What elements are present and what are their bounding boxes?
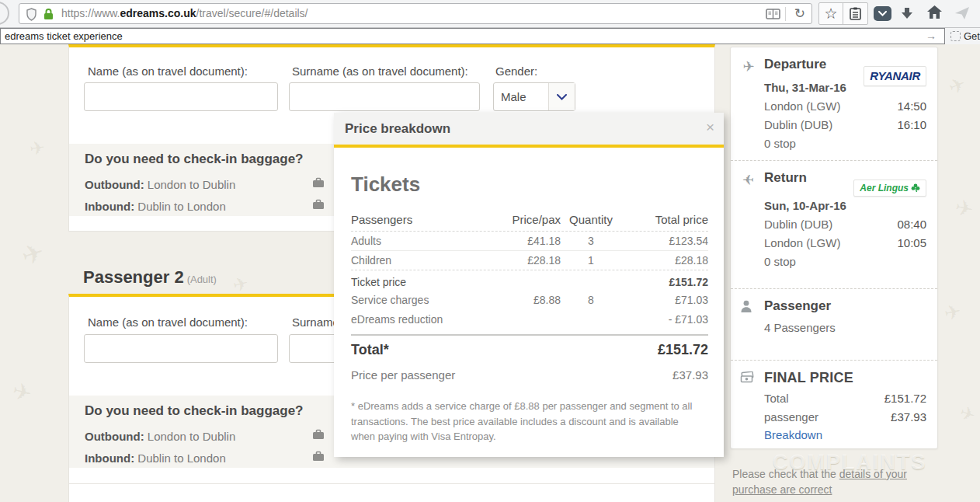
- edreams-reduction-row: eDreams reduction - £71.03: [351, 309, 708, 329]
- inbound-label: Inbound:: [85, 451, 134, 465]
- find-text: edreams ticket experience: [5, 29, 123, 44]
- row-label: Ticket price: [351, 276, 489, 288]
- row-total: £28.18: [621, 254, 708, 267]
- inbound-label: Inbound:: [85, 200, 134, 213]
- plane-watermark-icon: [18, 236, 48, 273]
- row-total: £151.72: [621, 276, 708, 288]
- url-text: https://www.edreams.co.uk/travel/secure/…: [61, 4, 308, 23]
- home-icon[interactable]: [926, 5, 943, 19]
- inbound-row: Inbound: Dublin to London: [85, 200, 226, 213]
- reader-mode-icon[interactable]: [766, 9, 780, 19]
- gender-select[interactable]: Male: [493, 82, 575, 111]
- passenger2-title: Passenger 2: [83, 267, 184, 287]
- gender-label: Gender:: [495, 64, 537, 78]
- modal-accent-bar: [334, 145, 724, 148]
- col-passengers: Passengers: [351, 213, 489, 226]
- money-icon: [740, 371, 757, 383]
- browser-toolbar: https://www.edreams.co.uk/travel/secure/…: [0, 0, 980, 28]
- row-total: £123.54: [621, 235, 708, 247]
- plane-watermark-icon: [957, 402, 978, 427]
- plane-watermark-icon: [9, 376, 35, 407]
- row-label: Adults: [351, 235, 489, 247]
- plane-return-icon: ✈: [740, 172, 757, 189]
- passenger-section: Passenger 4 Passengers: [731, 288, 937, 360]
- section-divider: [69, 483, 714, 484]
- clipboard-icon: [850, 7, 861, 20]
- baggage-question: Do you need to check-in baggage?: [85, 152, 303, 167]
- quick-find-bar: edreams ticket experience → Get: [0, 28, 980, 44]
- url-path: /travel/secure/#/details/: [196, 7, 308, 19]
- bookmark-button-group: ☆: [818, 2, 868, 25]
- pocket-icon[interactable]: [874, 6, 891, 21]
- briefcase-icon: [312, 429, 325, 440]
- star-icon: ☆: [824, 6, 837, 21]
- return-stops: 0 stop: [764, 253, 796, 271]
- row-label: Children: [351, 254, 489, 267]
- surname-input[interactable]: [289, 82, 480, 111]
- name-label: Name (as on travel document):: [88, 64, 248, 78]
- row-total: - £71.03: [621, 313, 708, 326]
- return-to-time: 10:05: [897, 234, 926, 253]
- return-date: Sun, 10-Apr-16: [764, 197, 846, 215]
- row-qty: 1: [561, 254, 621, 267]
- return-to: London (LGW): [764, 234, 840, 253]
- plane-departure-icon: ✈: [740, 58, 757, 75]
- departure-date: Thu, 31-Mar-16: [764, 78, 846, 97]
- tickets-heading: Tickets: [351, 173, 724, 197]
- surname-label: Surname (as on travel document):: [292, 64, 468, 78]
- outbound-row: Outbound: London to Dublin: [85, 178, 235, 191]
- find-input[interactable]: edreams ticket experience →: [0, 28, 945, 44]
- urlbar-divider: [785, 7, 786, 21]
- page-content: COMPLAINTS Name (as on travel document):…: [0, 44, 980, 502]
- name-input[interactable]: [84, 82, 278, 111]
- bookmark-star-button[interactable]: ☆: [819, 3, 843, 24]
- aerlingus-logo: Aer Lingus: [853, 180, 926, 197]
- bookmarks-menu-button[interactable]: [843, 3, 867, 24]
- go-arrow-icon[interactable]: →: [926, 29, 937, 44]
- final-price-title: FINAL PRICE: [764, 370, 926, 386]
- row-price: £28.18: [489, 254, 561, 267]
- price-table: Passengers Price/pax Quantity Total pric…: [351, 207, 708, 385]
- col-quantity: Quantity: [561, 213, 621, 226]
- row-total: £71.03: [621, 294, 708, 306]
- reload-icon[interactable]: ↻: [794, 4, 805, 23]
- row-total: £37.93: [621, 368, 708, 382]
- shield-icon[interactable]: [26, 8, 37, 21]
- row-price: £41.18: [489, 235, 561, 247]
- plane-watermark-icon: [28, 137, 47, 161]
- briefcase-icon: [312, 199, 325, 210]
- row-qty: 8: [561, 294, 621, 306]
- url-bar[interactable]: https://www.edreams.co.uk/travel/secure/…: [19, 3, 812, 24]
- ryanair-logo: RYANAIR: [864, 66, 926, 86]
- bookmark-item-get[interactable]: Get: [964, 28, 980, 44]
- browser-window: https://www.edreams.co.uk/travel/secure/…: [0, 0, 980, 502]
- download-icon[interactable]: [899, 5, 915, 21]
- total-row: Total* £151.72: [351, 336, 708, 364]
- breakdown-link[interactable]: Breakdown: [764, 427, 926, 443]
- final-total-label: Total: [764, 389, 789, 408]
- return-from: Dublin (DUB): [764, 215, 832, 234]
- close-icon[interactable]: ×: [706, 120, 714, 134]
- bookmark-favicon-placeholder-icon[interactable]: [950, 31, 961, 41]
- modal-header: Price breakdown ×: [334, 113, 724, 145]
- share-icon: [954, 6, 970, 20]
- row-price: £8.88: [489, 294, 561, 306]
- outbound-row: Outbound: London to Dublin: [85, 430, 235, 443]
- passenger-count: 4 Passengers: [764, 319, 836, 337]
- final-price-section: FINAL PRICE Total£151.72 passenger£37.93…: [731, 360, 937, 449]
- departure-section: ✈ Departure RYANAIR Thu, 31-Mar-16 Londo…: [731, 47, 937, 160]
- airline-name: Aer Lingus: [860, 183, 909, 193]
- inbound-route: Dublin to London: [134, 451, 226, 465]
- lock-icon[interactable]: [43, 8, 54, 20]
- trip-summary-sidebar: ✈ Departure RYANAIR Thu, 31-Mar-16 Londo…: [730, 47, 938, 449]
- price-breakdown-modal: Price breakdown × Tickets Passengers Pri…: [334, 113, 724, 457]
- price-per-passenger-row: Price per passenger £37.93: [351, 364, 708, 385]
- chevron-down-icon: [548, 83, 575, 110]
- row-label: Service charges: [351, 294, 489, 306]
- plane-watermark-icon: [945, 71, 970, 100]
- departure-to: Dublin (DUB): [764, 116, 832, 134]
- inbound-row: Inbound: Dublin to London: [85, 451, 226, 465]
- baggage-question: Do you need to check-in baggage?: [85, 403, 303, 419]
- name-input[interactable]: [84, 334, 278, 363]
- departure-stops: 0 stop: [764, 134, 796, 153]
